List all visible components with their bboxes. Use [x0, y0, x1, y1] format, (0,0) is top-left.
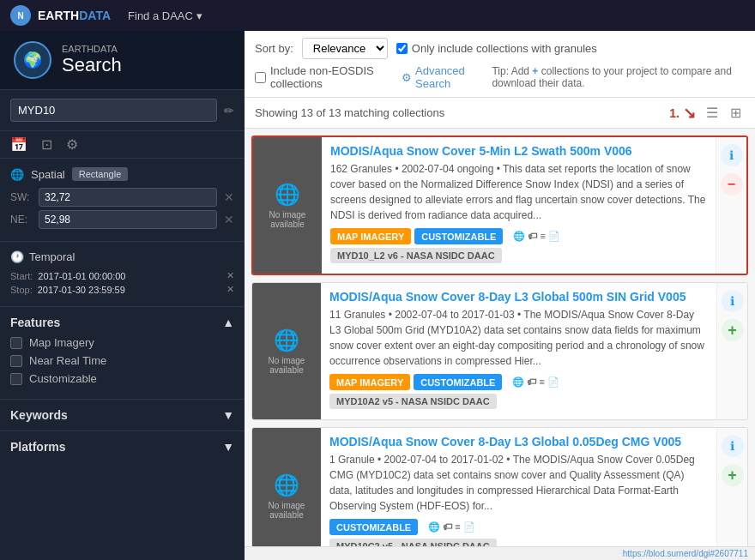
tip-text: Tip: Add + collections to your project t… [492, 65, 745, 89]
keywords-section: Keywords ▼ [0, 400, 245, 431]
info-button-1[interactable]: ℹ [722, 290, 744, 312]
sw-clear-icon[interactable]: ✕ [224, 190, 234, 204]
tag-icons-2: 🌐 🏷 ≡ 📄 [421, 519, 482, 535]
feature-customizable[interactable]: Customizable [10, 372, 234, 385]
tag-daac-0[interactable]: MYD10_L2 v6 - NASA NSIDC DAAC [330, 248, 502, 263]
stop-row: Stop: 2017-01-30 23:59:59 ✕ [10, 284, 234, 295]
sw-input[interactable] [39, 188, 217, 207]
info-button-0[interactable]: ℹ [721, 144, 743, 166]
status-bar: https://blod.surnerd/dgi#2607711 [245, 546, 755, 560]
result-actions-1: ℹ + [716, 283, 747, 419]
sidebar-brand: EARTHDATA Search [62, 44, 122, 76]
content-area: Sort by: Relevance Only include collecti… [245, 31, 755, 560]
stop-clear[interactable]: ✕ [226, 284, 234, 295]
no-image-icon-2: 🌐 [259, 473, 314, 497]
globe-icon: 🌐 [10, 168, 24, 181]
feature-map-imagery[interactable]: Map Imagery [10, 336, 234, 349]
features-section: Features ▲ Map Imagery Near Real Time Cu… [0, 307, 245, 400]
near-real-time-checkbox[interactable] [10, 355, 22, 367]
brand-name: EARTHDATA [38, 9, 111, 22]
pencil-icon[interactable]: ✏ [224, 104, 234, 117]
sidebar: 🌍 EARTHDATA Search ✏ 📅 ⊡ ⚙ 🌐 Spatial Rec… [0, 31, 245, 560]
ne-input[interactable] [39, 210, 217, 229]
spatial-header: 🌐 Spatial Rectangle [10, 167, 234, 181]
customizable-checkbox[interactable] [10, 373, 22, 385]
calendar-icon[interactable]: 📅 [10, 136, 27, 153]
granules-checkbox-label[interactable]: Only include collections with granules [396, 42, 597, 55]
result-tags-2: CUSTOMIZABLE 🌐 🏷 ≡ 📄 [329, 519, 708, 535]
result-title-2[interactable]: MODIS/Aqua Snow Cover 8-Day L3 Global 0.… [329, 435, 708, 449]
tag-daac-2[interactable]: MYD10C2 v5 - NASA NSIDC DAAC [329, 539, 497, 546]
non-eosdis-label[interactable]: Include non-EOSDIS collections [255, 64, 386, 90]
results-list: 🌐 No image available MODIS/Aqua Snow Cov… [245, 129, 755, 546]
result-meta-1: 11 Granules • 2002-07-04 to 2017-01-03 •… [329, 307, 708, 369]
toolbar-row1: Sort by: Relevance Only include collecti… [255, 38, 745, 59]
remove-button-0[interactable]: − [721, 173, 743, 196]
clock-icon: 🕐 [10, 250, 24, 263]
start-clear[interactable]: ✕ [226, 270, 234, 281]
view-icons: ☰ ⊞ [703, 103, 745, 123]
non-eosdis-checkbox[interactable] [255, 72, 266, 83]
toolbar: Sort by: Relevance Only include collecti… [245, 31, 755, 98]
chevron-up-icon: ▲ [222, 316, 234, 329]
no-image-icon-1: 🌐 [259, 328, 314, 352]
map-imagery-checkbox[interactable] [10, 337, 22, 349]
result-card-1: 🌐 No image available MODIS/Aqua Snow Cov… [251, 282, 748, 420]
temporal-section: 🕐 Temporal Start: 2017-01-01 00:00:00 ✕ … [0, 242, 245, 307]
nasa-logo: N [10, 5, 31, 26]
result-body-2: MODIS/Aqua Snow Cover 8-Day L3 Global 0.… [321, 428, 716, 546]
tag-customizable-2[interactable]: CUSTOMIZABLE [329, 519, 418, 535]
sort-select[interactable]: Relevance [302, 38, 388, 59]
feature-near-real-time[interactable]: Near Real Time [10, 354, 234, 367]
result-title-0[interactable]: MODIS/Aqua Snow Cover 5-Min L2 Swath 500… [330, 144, 707, 158]
result-meta-2: 1 Granule • 2002-07-04 to 2017-01-02 • T… [329, 452, 708, 514]
result-card-0: 🌐 No image available MODIS/Aqua Snow Cov… [251, 135, 748, 275]
advanced-search-link[interactable]: ⚙ Advanced Search [402, 64, 478, 90]
crop-icon[interactable]: ⊡ [41, 136, 52, 153]
tag-map-imagery-1[interactable]: MAP IMAGERY [329, 374, 410, 390]
list-view-button[interactable]: ☰ [703, 103, 722, 123]
result-thumb-0: 🌐 No image available [253, 137, 322, 274]
result-actions-2: ℹ + [716, 428, 747, 546]
no-image-icon-0: 🌐 [260, 183, 315, 207]
tag-customizable-0[interactable]: CUSTOMIZABLE [414, 228, 503, 244]
result-card-2: 🌐 No image available MODIS/Aqua Snow Cov… [251, 427, 748, 546]
features-header[interactable]: Features ▲ [10, 316, 234, 329]
start-row: Start: 2017-01-01 00:00:00 ✕ [10, 270, 234, 281]
add-button-1[interactable]: + [722, 319, 744, 341]
result-actions-0: ℹ − [716, 137, 746, 274]
result-thumb-1: 🌐 No image available [252, 283, 321, 419]
sidebar-logo: 🌍 [14, 41, 51, 79]
ne-coord-row: NE: ✕ [10, 210, 234, 229]
find-daac-menu[interactable]: Find a DAAC ▾ [128, 9, 202, 22]
result-body-0: MODIS/Aqua Snow Cover 5-Min L2 Swath 500… [322, 137, 716, 274]
sw-coord-row: SW: ✕ [10, 188, 234, 207]
keywords-header[interactable]: Keywords ▼ [10, 408, 234, 422]
ne-clear-icon[interactable]: ✕ [224, 213, 234, 226]
tag-daac-1[interactable]: MYD10A2 v5 - NASA NSIDC DAAC [329, 394, 497, 409]
tag-customizable-1[interactable]: CUSTOMIZABLE [414, 374, 502, 390]
result-body-1: MODIS/Aqua Snow Cover 8-Day L3 Global 50… [321, 283, 716, 419]
grid-view-button[interactable]: ⊞ [727, 103, 745, 123]
toolbar-row2: Include non-EOSDIS collections ⚙ Advance… [255, 64, 745, 90]
chevron-down-icon: ▼ [222, 408, 234, 422]
nav-logo: N EARTHDATA [10, 5, 111, 26]
top-nav: N EARTHDATA Find a DAAC ▾ [0, 0, 755, 31]
filter-icon: ⚙ [402, 71, 412, 84]
sliders-icon[interactable]: ⚙ [66, 136, 78, 153]
info-button-2[interactable]: ℹ [722, 435, 744, 457]
result-tags-0: MAP IMAGERY CUSTOMIZABLE 🌐 🏷 ≡ 📄 [330, 228, 707, 244]
tag-icons-0: 🌐 🏷 ≡ 📄 [506, 228, 567, 244]
result-tags-1: MAP IMAGERY CUSTOMIZABLE 🌐 🏷 ≡ 📄 [329, 374, 708, 390]
add-button-2[interactable]: + [722, 464, 744, 486]
annotation-1: 1. ↘ [669, 104, 696, 123]
granules-checkbox[interactable] [396, 43, 408, 54]
platforms-header[interactable]: Platforms ▼ [10, 440, 234, 454]
results-count: Showing 13 of 13 matching collections [255, 106, 444, 119]
result-title-1[interactable]: MODIS/Aqua Snow Cover 8-Day L3 Global 50… [329, 290, 708, 304]
tag-icons-1: 🌐 🏷 ≡ 📄 [505, 374, 566, 390]
tag-map-imagery-0[interactable]: MAP IMAGERY [330, 228, 411, 244]
platforms-section: Platforms ▼ [0, 431, 245, 462]
search-input[interactable] [10, 99, 217, 122]
results-bar: Showing 13 of 13 matching collections 1.… [245, 98, 755, 129]
